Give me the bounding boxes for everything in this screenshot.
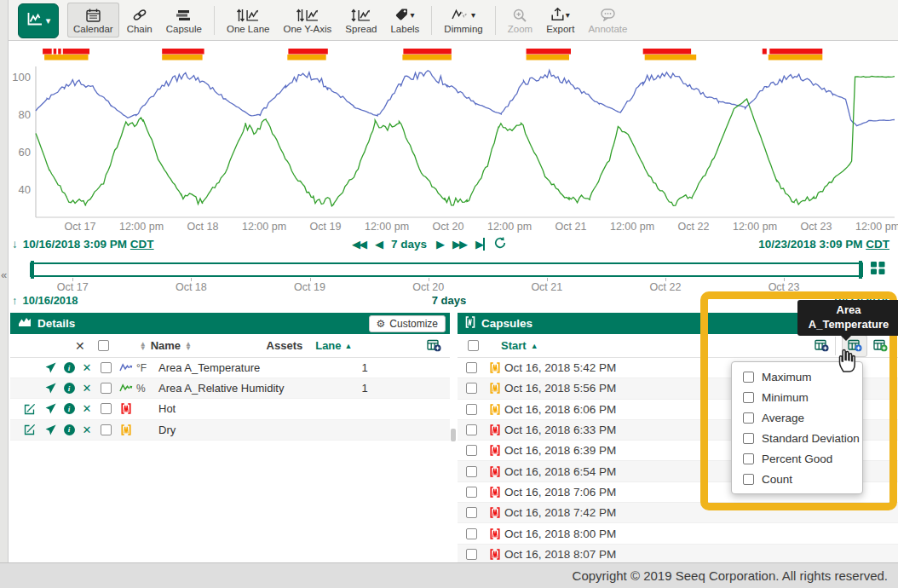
stat-checkbox[interactable] <box>743 392 754 403</box>
range-start-arrow-icon[interactable]: ↓ <box>12 238 18 251</box>
capsule-bar-hot[interactable] <box>403 49 451 55</box>
range-duration[interactable]: 7 days <box>391 238 427 251</box>
remove-icon[interactable]: ✕ <box>78 402 95 415</box>
info-icon[interactable]: i <box>64 403 75 414</box>
column-start[interactable]: Start <box>501 339 527 352</box>
capsule-bar-hot[interactable] <box>643 49 691 55</box>
stat-option-minimum[interactable]: Minimum <box>732 387 862 407</box>
capsule-bar-hot[interactable] <box>54 49 56 55</box>
stat-option-standard-deviation[interactable]: Standard Deviation <box>732 428 862 448</box>
tool-chain[interactable]: Chain <box>121 3 158 37</box>
row-checkbox[interactable] <box>101 403 112 414</box>
capsule-bar-hot[interactable] <box>162 49 204 55</box>
remove-icon[interactable]: ✕ <box>78 424 95 436</box>
capsule-bar-hot[interactable] <box>63 49 89 55</box>
timezone-link[interactable]: CDT <box>130 238 154 251</box>
remove-icon[interactable]: ✕ <box>78 361 95 374</box>
tool-one-lane[interactable]: One Lane <box>221 3 276 37</box>
capsule-checkbox[interactable] <box>466 487 477 498</box>
info-icon[interactable]: i <box>64 383 75 394</box>
tool-spread[interactable]: Spread <box>339 3 383 37</box>
timeline-right-handle[interactable] <box>859 261 862 279</box>
tool-export[interactable]: ▾ Export <box>540 3 580 37</box>
column-assets[interactable]: Assets <box>267 339 303 352</box>
capsule-bar-hot[interactable] <box>527 49 571 55</box>
details-row[interactable]: i✕Dry <box>10 420 450 441</box>
capsule-checkbox[interactable] <box>466 507 477 518</box>
stat-checkbox[interactable] <box>743 433 754 444</box>
stat-checkbox[interactable] <box>743 453 754 464</box>
item-name[interactable]: Hot <box>158 402 326 415</box>
capsule-bar-hot[interactable] <box>43 49 52 55</box>
trend-view-button[interactable]: ▾ <box>18 3 59 38</box>
capsule-bar-hot[interactable] <box>763 49 767 55</box>
edit-icon[interactable] <box>19 424 41 435</box>
sort-icon[interactable]: ▲▼ <box>185 342 192 350</box>
capsule-row[interactable]: Oct 16, 2018 8:00 PM <box>458 523 898 544</box>
info-icon[interactable]: i <box>64 424 75 435</box>
item-name[interactable]: Area A_Temperature <box>158 361 326 374</box>
details-row[interactable]: i✕°FArea A_Temperature1 <box>10 358 450 378</box>
timezone-link[interactable]: CDT <box>866 238 889 251</box>
step-forward-half-button[interactable]: ▶▶ <box>452 238 466 251</box>
capsule-checkbox[interactable] <box>466 528 477 539</box>
capsule-checkbox[interactable] <box>466 466 477 477</box>
add-stat-column-icon[interactable] <box>815 339 829 352</box>
tool-one-y-axis[interactable]: One Y-Axis <box>277 3 337 37</box>
step-to-end-button[interactable]: ▶ <box>475 238 485 251</box>
tool-calendar[interactable]: Calendar <box>67 3 119 37</box>
remove-icon[interactable]: ✕ <box>78 382 95 395</box>
pin-icon[interactable] <box>41 362 60 373</box>
capsule-bar-dry[interactable] <box>287 55 325 61</box>
capsule-checkbox[interactable] <box>466 424 477 435</box>
pin-icon[interactable] <box>41 383 60 394</box>
tool-dimming[interactable]: ▾ Dimming <box>438 3 488 37</box>
pin-icon[interactable] <box>41 424 60 435</box>
stat-checkbox[interactable] <box>743 474 754 485</box>
item-name[interactable]: Area A_Relative Humidity <box>158 382 326 395</box>
series-area-a_relative-humidity[interactable] <box>36 77 895 206</box>
remove-all-icon[interactable]: ✕ <box>75 339 85 353</box>
stat-checkbox[interactable] <box>743 412 754 424</box>
stat-option-maximum[interactable]: Maximum <box>732 366 862 387</box>
display-range-start[interactable]: 10/16/2018 3:09 PM CDT <box>23 238 154 251</box>
timeline-left-handle[interactable] <box>31 261 34 279</box>
details-row[interactable]: i✕Hot <box>10 399 450 419</box>
capsule-checkbox[interactable] <box>466 404 477 415</box>
step-back-button[interactable]: ◀ <box>375 238 382 251</box>
capsule-bar-hot[interactable] <box>288 49 327 55</box>
tool-capsule[interactable]: Capsule <box>160 3 208 37</box>
refresh-icon[interactable] <box>494 237 506 251</box>
column-name[interactable]: Name <box>151 339 181 352</box>
details-row[interactable]: i✕%Area A_Relative Humidity1 <box>10 378 450 399</box>
sort-icon[interactable]: ▲▼ <box>140 342 147 350</box>
column-lane[interactable]: Lane <box>315 339 341 352</box>
row-checkbox[interactable] <box>101 383 112 394</box>
stat-option-average[interactable]: Average <box>732 407 862 428</box>
capsule-bar-dry[interactable] <box>527 55 569 61</box>
capsule-row[interactable]: Oct 16, 2018 8:07 PM <box>458 545 898 562</box>
stat-checkbox[interactable] <box>743 372 754 383</box>
collapse-panel-icon[interactable]: « <box>0 268 8 281</box>
capsule-bar-dry[interactable] <box>44 55 88 61</box>
stat-option-count[interactable]: Count <box>732 469 862 489</box>
add-property-column-icon[interactable] <box>873 339 888 352</box>
capsule-bar-dry[interactable] <box>162 55 202 61</box>
capsule-bar-hot[interactable] <box>769 49 822 55</box>
capsule-time-toggle-icon[interactable] <box>870 261 886 279</box>
select-all-checkbox[interactable] <box>468 340 479 351</box>
customize-button[interactable]: ⚙ Customize <box>369 315 446 332</box>
step-forward-button[interactable]: ▶ <box>436 238 443 251</box>
row-checkbox[interactable] <box>101 424 112 435</box>
item-name[interactable]: Dry <box>158 424 326 436</box>
info-icon[interactable]: i <box>64 362 75 373</box>
series-area-a_temperature[interactable] <box>36 70 895 125</box>
capsule-row[interactable]: Oct 16, 2018 7:42 PM <box>458 503 898 523</box>
trend-chart[interactable]: 406080100Oct 1712:00 pmOct 1812:00 pmOct… <box>0 41 898 236</box>
panel-resize-handle[interactable] <box>451 429 456 441</box>
capsule-bar-dry[interactable] <box>402 55 452 61</box>
add-column-icon[interactable] <box>427 339 441 352</box>
capsule-checkbox[interactable] <box>466 383 477 394</box>
capsule-checkbox[interactable] <box>466 362 477 373</box>
capsule-bar-dry[interactable] <box>768 55 823 61</box>
